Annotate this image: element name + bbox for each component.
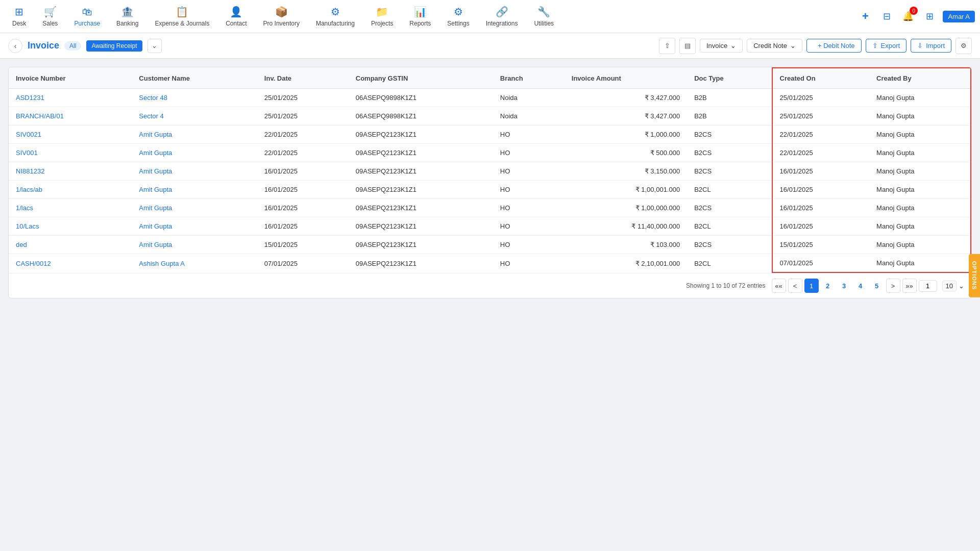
invoice-number-link[interactable]: 1/lacs xyxy=(16,204,33,212)
invoice-number-link[interactable]: BRANCH/AB/01 xyxy=(16,112,64,120)
cell-invoice-amount: ₹ 2,10,001.000 xyxy=(565,254,687,273)
pagination-page-1[interactable]: 1 xyxy=(804,279,819,293)
grid-button[interactable]: ⊞ xyxy=(921,8,938,24)
cell-created-on: 22/01/2025 xyxy=(772,144,869,162)
layout-button[interactable]: ⊟ xyxy=(878,8,895,24)
invoice-dropdown[interactable]: Invoice ⌄ xyxy=(700,39,743,53)
nav-projects[interactable]: 📁 Projects xyxy=(364,2,400,31)
nav-right: + ⊟ 🔔 0 ⊞ Amar A xyxy=(857,8,975,24)
pagination-row: Showing 1 to 10 of 72 entries «« < 1 2 3… xyxy=(9,273,971,298)
pagination-page-4[interactable]: 4 xyxy=(853,279,868,293)
pagination-page-5[interactable]: 5 xyxy=(870,279,884,293)
cell-customer-name: Amit Gupta xyxy=(132,144,257,162)
table-row: SIV001 Amit Gupta 22/01/2025 09ASEPQ2123… xyxy=(9,144,971,162)
filter-dropdown-arrow[interactable]: ⌄ xyxy=(148,39,162,53)
customer-name-link[interactable]: Sector 48 xyxy=(139,94,167,102)
cell-created-by: Manoj Gupta xyxy=(869,144,971,162)
invoice-number-link[interactable]: NI881232 xyxy=(16,167,44,175)
user-avatar[interactable]: Amar A xyxy=(943,11,975,22)
nav-banking[interactable]: 🏦 Banking xyxy=(109,2,145,31)
customer-name-link[interactable]: Amit Gupta xyxy=(139,149,172,157)
cell-invoice-number: BRANCH/AB/01 xyxy=(9,107,132,126)
cell-branch: HO xyxy=(493,254,565,273)
cell-created-on: 15/01/2025 xyxy=(772,236,869,254)
notification-button[interactable]: 🔔 0 xyxy=(900,8,916,24)
nav-manufacturing[interactable]: ⚙ Manufacturing xyxy=(309,2,362,31)
nav-expense-journals[interactable]: 📋 Expense & Journals xyxy=(148,2,216,31)
cell-branch: Noida xyxy=(493,89,565,107)
col-header-customer-name: Customer Name xyxy=(132,68,257,89)
invoice-number-link[interactable]: ASD1231 xyxy=(16,94,44,102)
pagination-page-3[interactable]: 3 xyxy=(837,279,851,293)
nav-desk[interactable]: ⊞ Desk xyxy=(5,2,33,31)
cell-invoice-number: NI881232 xyxy=(9,162,132,181)
cell-inv-date: 25/01/2025 xyxy=(257,89,349,107)
awaiting-receipt-filter[interactable]: Awaiting Receipt xyxy=(86,40,142,52)
table-settings-button[interactable]: ⚙ xyxy=(955,38,972,54)
customer-name-link[interactable]: Amit Gupta xyxy=(139,204,172,212)
customer-name-link[interactable]: Amit Gupta xyxy=(139,167,172,175)
table-row: SIV0021 Amit Gupta 22/01/2025 09ASEPQ212… xyxy=(9,126,971,144)
nav-pro-inventory[interactable]: 📦 Pro Inventory xyxy=(256,2,307,31)
cell-company-gstin: 09ASEPQ2123K1Z1 xyxy=(349,144,493,162)
cell-inv-date: 25/01/2025 xyxy=(257,107,349,126)
banking-icon: 🏦 xyxy=(121,6,134,18)
table-header-row: Invoice Number Customer Name Inv. Date C… xyxy=(9,68,971,89)
cell-created-by: Manoj Gupta xyxy=(869,126,971,144)
credit-note-dropdown[interactable]: Credit Note ⌄ xyxy=(747,39,802,53)
nav-integrations[interactable]: 🔗 Integrations xyxy=(479,2,525,31)
filter-button[interactable]: ▤ xyxy=(679,38,696,54)
customer-name-link[interactable]: Amit Gupta xyxy=(139,222,172,230)
pagination-prev[interactable]: < xyxy=(788,279,802,293)
invoice-number-link[interactable]: ded xyxy=(16,241,27,248)
add-button[interactable]: + xyxy=(857,8,873,24)
invoice-number-link[interactable]: SIV0021 xyxy=(16,131,41,138)
invoice-number-link[interactable]: SIV001 xyxy=(16,149,38,157)
cell-invoice-number: CASH/0012 xyxy=(9,254,132,273)
invoice-number-link[interactable]: 10/Lacs xyxy=(16,222,39,230)
page-number-input[interactable] xyxy=(919,280,937,292)
customer-name-link[interactable]: Amit Gupta xyxy=(139,241,172,248)
cell-doc-type: B2CS xyxy=(687,236,772,254)
nav-purchase[interactable]: 🛍 Purchase xyxy=(67,2,107,31)
options-tab[interactable]: OPTIONS xyxy=(969,254,980,297)
pagination-next[interactable]: > xyxy=(886,279,900,293)
cell-company-gstin: 09ASEPQ2123K1Z1 xyxy=(349,217,493,236)
table-row: 10/Lacs Amit Gupta 16/01/2025 09ASEPQ212… xyxy=(9,217,971,236)
sales-icon: 🛒 xyxy=(44,6,57,18)
cell-invoice-amount: ₹ 3,427.000 xyxy=(565,89,687,107)
sort-up-button[interactable]: ⇧ xyxy=(659,38,675,54)
export-button[interactable]: ⇧ Export xyxy=(866,39,907,53)
cell-company-gstin: 09ASEPQ2123K1Z1 xyxy=(349,126,493,144)
debit-note-button[interactable]: + Debit Note xyxy=(806,39,862,53)
nav-contact[interactable]: 👤 Contact xyxy=(218,2,254,31)
page-size-dropdown-icon[interactable]: ⌄ xyxy=(959,282,964,290)
nav-utilities[interactable]: 🔧 Utilities xyxy=(527,2,561,31)
nav-reports[interactable]: 📊 Reports xyxy=(402,2,438,31)
nav-sales[interactable]: 🛒 Sales xyxy=(35,2,65,31)
customer-name-link[interactable]: Ashish Gupta A xyxy=(139,260,185,267)
pagination-first[interactable]: «« xyxy=(772,279,786,293)
integrations-icon: 🔗 xyxy=(496,6,508,18)
cell-created-by: Manoj Gupta xyxy=(869,236,971,254)
invoice-number-link[interactable]: 1/lacs/ab xyxy=(16,186,42,193)
customer-name-link[interactable]: Amit Gupta xyxy=(139,186,172,193)
import-icon: ⇩ xyxy=(917,42,923,49)
cell-branch: HO xyxy=(493,236,565,254)
cell-inv-date: 15/01/2025 xyxy=(257,236,349,254)
invoice-table-body: ASD1231 Sector 48 25/01/2025 06ASEPQ9898… xyxy=(9,89,971,273)
pagination-last[interactable]: »» xyxy=(902,279,917,293)
customer-name-link[interactable]: Amit Gupta xyxy=(139,131,172,138)
nav-settings[interactable]: ⚙ Settings xyxy=(440,2,476,31)
invoice-number-link[interactable]: CASH/0012 xyxy=(16,260,51,267)
import-button[interactable]: ⇩ Import xyxy=(911,39,951,53)
cell-customer-name: Amit Gupta xyxy=(132,217,257,236)
all-filter-badge[interactable]: All xyxy=(64,41,81,51)
pagination-page-2[interactable]: 2 xyxy=(821,279,835,293)
col-header-invoice-amount: Invoice Amount xyxy=(565,68,687,89)
page-size-value[interactable]: 10 xyxy=(942,281,957,291)
reports-icon: 📊 xyxy=(414,6,427,18)
table-row: 1/lacs/ab Amit Gupta 16/01/2025 09ASEPQ2… xyxy=(9,181,971,199)
customer-name-link[interactable]: Sector 4 xyxy=(139,112,163,120)
back-button[interactable]: ‹ xyxy=(8,39,22,53)
